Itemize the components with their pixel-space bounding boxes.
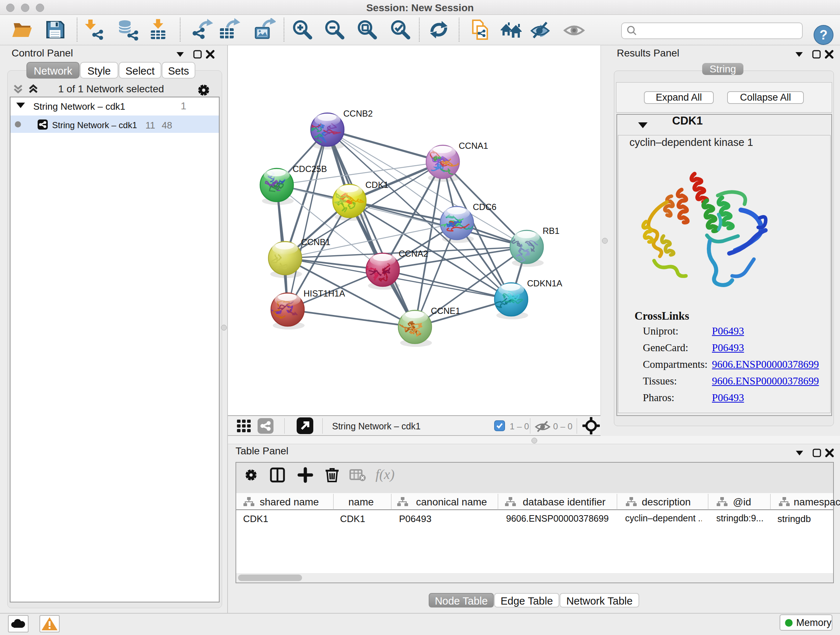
svg-text:HIST1H1A: HIST1H1A [303, 288, 345, 298]
svg-text:CDC25B: CDC25B [293, 164, 327, 174]
svg-text:CCNB1: CCNB1 [301, 237, 330, 247]
svg-text:CCNA2: CCNA2 [399, 249, 428, 258]
svg-text:CCNE1: CCNE1 [431, 306, 460, 316]
svg-text:CDKN1A: CDKN1A [527, 279, 562, 288]
svg-text:RB1: RB1 [543, 226, 560, 236]
svg-text:CDK1: CDK1 [365, 180, 388, 190]
svg-text:CDC6: CDC6 [473, 202, 496, 212]
svg-text:CCNA1: CCNA1 [459, 141, 488, 150]
svg-text:CCNB2: CCNB2 [343, 109, 373, 119]
